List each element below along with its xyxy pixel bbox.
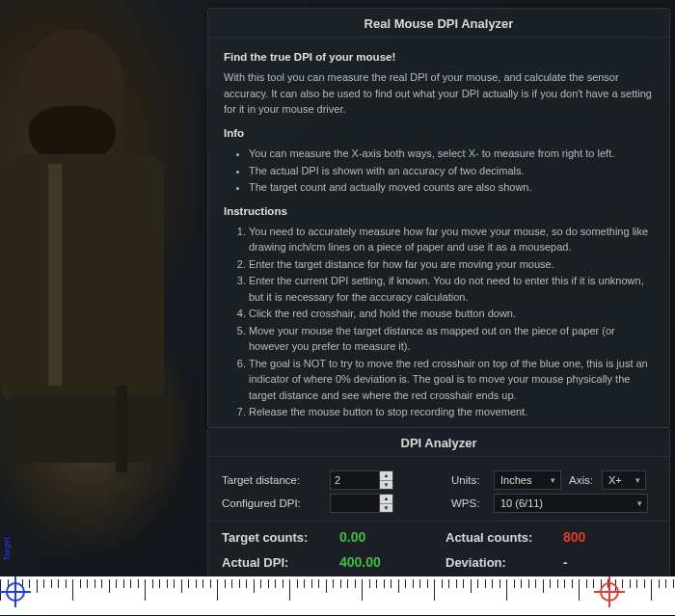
background-art-soldier (0, 0, 183, 578)
list-item: Move your mouse the target distance as m… (249, 323, 654, 355)
list-item: Click the red crosshair, and hold the mo… (249, 306, 654, 322)
panel-title: Real Mouse DPI Analyzer (208, 9, 669, 38)
axis-select[interactable]: X+ (602, 470, 646, 490)
info-heading: Info (224, 125, 654, 142)
panel-body: Find the true DPI of your mouse! With th… (208, 38, 669, 427)
target-crosshair-label: Target (2, 537, 12, 561)
list-item: Release the mouse button to stop recordi… (249, 404, 654, 420)
analyzer-panel: DPI Analyzer Target distance: ▲▼ Units: … (207, 427, 670, 586)
find-heading: Find the true DPI of your mouse! (224, 49, 654, 66)
ruler[interactable] (0, 576, 675, 615)
wps-label: WPS: (451, 497, 494, 509)
deviation-label: Deviation: (446, 555, 563, 570)
actual-counts-value: 800 (563, 529, 585, 545)
target-counts-label: Target counts: (222, 530, 339, 545)
axis-label: Axis: (569, 474, 602, 486)
list-item: Enter the current DPI setting, if known.… (249, 273, 654, 305)
info-list: You can measure the X-axis both ways, se… (224, 146, 654, 196)
configured-dpi-stepper[interactable]: ▲▼ (380, 494, 393, 513)
actual-dpi-value: 400.00 (339, 554, 446, 570)
chevron-down-icon[interactable]: ▼ (380, 504, 392, 513)
chevron-up-icon[interactable]: ▲ (380, 471, 392, 481)
target-distance-stepper[interactable]: ▲▼ (380, 470, 393, 490)
target-distance-label: Target distance: (222, 474, 330, 486)
analyzer-title: DPI Analyzer (208, 428, 669, 457)
list-item: Enter the target distance for how far yo… (249, 256, 654, 273)
chevron-up-icon[interactable]: ▲ (380, 495, 392, 504)
info-panel: Real Mouse DPI Analyzer Find the true DP… (207, 8, 670, 428)
instructions-list: You need to accurately measure how far y… (224, 224, 654, 420)
actual-dpi-label: Actual DPI: (222, 555, 339, 570)
list-item: The goal is NOT to try to move the red c… (249, 356, 654, 404)
list-item: You can measure the X-axis both ways, se… (249, 146, 654, 162)
list-item: The target count and actually moved coun… (249, 179, 654, 196)
target-counts-value: 0.00 (339, 529, 446, 545)
units-select[interactable]: Inches (494, 470, 561, 490)
configured-dpi-label: Configured DPI: (222, 497, 330, 509)
units-label: Units: (451, 474, 494, 486)
deviation-value: - (563, 555, 567, 570)
wps-select[interactable]: 10 (6/11) (494, 494, 648, 513)
configured-dpi-input[interactable] (330, 494, 380, 513)
list-item: You need to accurately measure how far y… (249, 224, 654, 255)
target-distance-input[interactable] (330, 470, 380, 490)
list-item: The actual DPI is shown with an accuracy… (249, 163, 654, 179)
chevron-down-icon[interactable]: ▼ (380, 481, 392, 490)
actual-counts-label: Actual counts: (446, 530, 563, 545)
instructions-heading: Instructions (224, 203, 654, 220)
find-paragraph: With this tool you can measure the real … (224, 69, 654, 118)
